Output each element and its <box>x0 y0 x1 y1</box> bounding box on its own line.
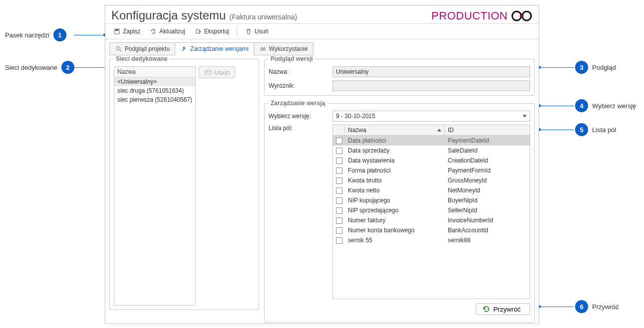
tab-project-preview[interactable]: Podgląd projektu <box>109 42 175 55</box>
toolbar: Zapisz Aktualizuj Eksportuj Usuń <box>105 23 539 39</box>
row-id: GrossMoneyId <box>445 177 530 184</box>
table-row[interactable]: Numer fakturyInvoiceNumberId <box>333 215 530 225</box>
callout-2: 2 Sieci dedykowane <box>5 61 74 74</box>
row-name: NIP sprzedającego <box>345 207 445 214</box>
version-select[interactable]: 9 - 30-10-2015 <box>332 111 530 122</box>
row-id: BankAccountId <box>445 227 530 234</box>
sort-asc-icon <box>437 129 441 132</box>
undo-icon <box>481 305 489 313</box>
row-checkbox[interactable] <box>336 187 342 194</box>
row-id: InvoiceNumberId <box>445 217 530 224</box>
row-id: PaymentFormId <box>445 167 530 174</box>
callout-leader <box>74 35 105 35</box>
table-row[interactable]: Kwota nettoNetMoneyId <box>333 185 530 195</box>
app-window: Konfiguracja systemu (Faktura uniwersaln… <box>105 5 539 324</box>
brand: PRODUCTION <box>431 9 533 22</box>
grid-col-name[interactable]: Nazwa <box>345 125 445 135</box>
grid-header: Nazwa ID <box>333 125 530 136</box>
magnifier-icon <box>115 45 123 53</box>
row-id: CreationDateId <box>445 157 530 164</box>
export-button[interactable]: Eksportuj <box>191 26 233 37</box>
list-item[interactable]: siec pierwsza (5261040567) <box>114 95 195 104</box>
row-checkbox[interactable] <box>336 177 342 184</box>
preview-disc-label: Wyróżnik: <box>269 82 328 89</box>
callout-3: 3 Podgląd <box>575 61 616 74</box>
update-label: Aktualizuj <box>159 28 185 35</box>
callout-5: 5 Lista pól <box>575 123 616 136</box>
toolbar-separator <box>237 26 237 36</box>
row-checkbox[interactable] <box>336 148 342 154</box>
row-name: NIP kupującego <box>345 197 445 204</box>
table-row[interactable]: NIP kupującegoBuyerNipId <box>333 195 530 205</box>
row-checkbox[interactable] <box>336 207 342 214</box>
row-name: Forma płatności <box>345 167 445 174</box>
titlebar: Konfiguracja systemu (Faktura uniwersaln… <box>105 5 539 23</box>
fields-grid[interactable]: Nazwa ID Data płatnościPaymentDateIdData… <box>332 125 530 299</box>
delete-label: Usuń <box>255 28 269 35</box>
save-button[interactable]: Zapisz <box>109 26 144 37</box>
tabstrip: Podgląd projektu Zarządzanie wersjami Wy… <box>105 39 539 55</box>
table-row[interactable]: Forma płatnościPaymentFormId <box>333 165 530 175</box>
callout-6: 6 Przywróć <box>575 300 619 313</box>
row-checkbox[interactable] <box>336 237 342 244</box>
networks-header: Nazwa <box>114 67 195 77</box>
callout-label: Przywróć <box>592 303 619 311</box>
row-checkbox[interactable] <box>336 158 342 164</box>
preview-legend: Podgląd wersji <box>269 55 315 62</box>
networks-box: Nazwa <Uniwersalny>siec druga (576105163… <box>114 66 235 306</box>
tab-label: Wykorzystanie <box>269 45 308 52</box>
preview-name-field: Uniwersalny <box>332 66 530 77</box>
brand-text: PRODUCTION <box>431 9 508 22</box>
list-item[interactable]: siec druga (5761051634) <box>114 86 195 95</box>
callout-bubble: 6 <box>575 300 588 313</box>
list-item[interactable]: <Uniwersalny> <box>114 77 195 86</box>
wrench-icon <box>180 45 188 53</box>
restore-row: Przywróć <box>332 299 530 315</box>
brand-logo-icon <box>511 10 533 22</box>
grid-col-checkbox[interactable] <box>333 125 345 135</box>
tab-version-management[interactable]: Zarządzanie wersjami <box>175 42 254 55</box>
row-name: Numer konta bankowego <box>345 227 445 234</box>
callout-1: 1 Pasek narzędzi <box>5 28 66 41</box>
page-title-wrap: Konfiguracja systemu (Faktura uniwersaln… <box>111 8 297 22</box>
callout-label: Lista pól <box>592 126 616 134</box>
row-name: Data sprzedaży <box>345 147 445 154</box>
content: Sieci dedykowane Nazwa <Uniwersalny>siec… <box>105 55 539 314</box>
table-row[interactable]: sernik 55sernik88 <box>333 235 530 245</box>
grid-col-id[interactable]: ID <box>445 125 530 135</box>
version-select-label: Wybierz wersję: <box>269 113 328 120</box>
delete-button[interactable]: Usuń <box>241 26 272 37</box>
networks-delete-button[interactable]: Usuń <box>199 66 235 78</box>
networks-delete-label: Usuń <box>214 69 230 76</box>
row-checkbox[interactable] <box>336 138 342 144</box>
row-checkbox[interactable] <box>336 167 342 174</box>
callout-label: Wybierz wersję <box>592 102 636 110</box>
row-checkbox[interactable] <box>336 197 342 204</box>
table-row[interactable]: Kwota bruttoGrossMoneyId <box>333 175 530 185</box>
table-row[interactable]: Numer konta bankowegoBankAccountId <box>333 225 530 235</box>
row-checkbox[interactable] <box>336 217 342 224</box>
table-row[interactable]: Data sprzedażySaleDateId <box>333 146 530 156</box>
preview-group: Podgląd wersji Nazwa: Uniwersalny Wyróżn… <box>264 55 535 96</box>
right-column: Podgląd wersji Nazwa: Uniwersalny Wyróżn… <box>264 55 535 310</box>
update-button[interactable]: Aktualizuj <box>146 26 188 37</box>
row-id: sernik88 <box>445 237 530 244</box>
table-row[interactable]: Data płatnościPaymentDateId <box>333 136 530 146</box>
svg-point-8 <box>263 48 265 50</box>
restore-label: Przywróć <box>493 306 521 313</box>
callout-bubble: 5 <box>575 123 588 136</box>
tab-label: Zarządzanie wersjami <box>190 45 249 52</box>
preview-name-label: Nazwa: <box>269 68 328 75</box>
row-checkbox[interactable] <box>336 227 342 234</box>
row-id: PaymentDateId <box>445 137 530 144</box>
row-id: SellerNipId <box>445 207 530 214</box>
restore-button[interactable]: Przywróć <box>476 303 530 315</box>
page-subtitle: (Faktura uniwersalna) <box>230 13 297 21</box>
tab-usage[interactable]: Wykorzystanie <box>254 42 314 55</box>
version-legend: Zarządzanie wersją <box>269 100 327 107</box>
card-icon <box>204 68 212 76</box>
networks-list[interactable]: Nazwa <Uniwersalny>siec druga (576105163… <box>114 66 196 306</box>
table-row[interactable]: Data wystawieniaCreationDateId <box>333 156 530 165</box>
table-row[interactable]: NIP sprzedającegoSellerNipId <box>333 205 530 215</box>
callout-label: Sieci dedykowane <box>5 64 57 71</box>
